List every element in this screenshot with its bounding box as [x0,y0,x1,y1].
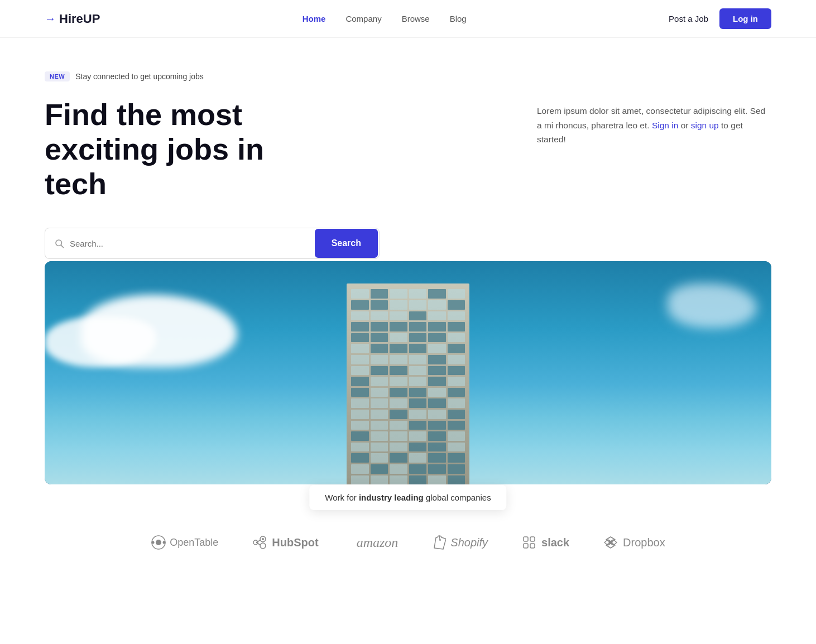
svg-rect-16 [530,544,535,548]
nav-home[interactable]: Home [303,14,326,23]
building-window [371,311,388,321]
building-window [390,311,407,321]
caption-post: global companies [424,493,491,502]
building-window [428,344,446,353]
building-window [351,475,369,485]
building-facade [347,283,469,484]
building-window [409,453,427,463]
building-window [409,431,427,441]
nav-blog[interactable]: Blog [450,14,467,23]
or-text: or [681,121,691,130]
building-window [428,410,446,419]
building-window [351,377,369,386]
hubspot-icon [252,535,267,550]
building-window [371,366,388,376]
search-input[interactable] [70,239,314,248]
building-window [371,431,388,441]
opentable-label: OpenTable [170,537,218,549]
building-window [371,289,388,299]
building-window [448,311,465,321]
building-window [390,453,407,463]
building-window [371,475,388,485]
navbar: → HireUP Home Company Browse Blog Post a… [0,0,816,38]
building-window [351,300,369,310]
shopify-label: Shopify [450,536,488,549]
image-section: Work for industry leading global compani… [45,261,771,484]
building-window [428,333,446,343]
company-dropbox: Dropbox [603,535,665,550]
building-window [371,377,388,386]
building-window [448,289,465,299]
hubspot-label: HubSpot [272,536,318,549]
building-window [409,322,427,331]
building-window [351,333,369,343]
amazon-label: amazon [357,535,399,550]
search-bar: Search [45,228,380,259]
building-window [390,431,407,441]
company-slack: slack [521,535,569,550]
building [330,278,486,484]
building-window [448,388,465,397]
hero-content: Find the most exciting jobs in tech Lore… [45,97,771,201]
building-window [371,398,388,408]
building-window [371,355,388,364]
company-amazon: amazon [352,535,399,550]
building-window [448,355,465,364]
building-window [428,366,446,376]
svg-rect-14 [530,537,535,541]
building-window [351,410,369,419]
building-window [409,464,427,474]
company-opentable: OpenTable [151,535,218,550]
building-window [448,398,465,408]
post-job-link[interactable]: Post a Job [669,14,708,23]
building-window [351,322,369,331]
building-window [390,344,407,353]
building-window [448,421,465,430]
nav-company[interactable]: Company [345,14,381,23]
building-window [390,366,407,376]
building-window [390,475,407,485]
building-window [351,344,369,353]
building-window [428,322,446,331]
building-window [428,388,446,397]
building-window [390,355,407,364]
building-window [351,311,369,321]
building-window [428,443,446,452]
logo-text: HireUP [59,12,100,26]
opentable-icon [151,535,166,550]
nav-browse[interactable]: Browse [402,14,430,23]
building-window [371,421,388,430]
building-window [428,464,446,474]
login-button[interactable]: Log in [719,8,771,29]
building-window [448,453,465,463]
sign-in-link[interactable]: Sign in [652,121,678,130]
building-window [409,366,427,376]
building-window [390,443,407,452]
logo[interactable]: → HireUP [45,12,100,26]
building-window [351,388,369,397]
building-window [371,300,388,310]
building-window [390,421,407,430]
building-window [409,355,427,364]
hero-image [45,261,771,484]
building-window [351,464,369,474]
building-window [390,333,407,343]
svg-line-1 [61,246,63,248]
building-window [448,333,465,343]
building-window [428,377,446,386]
hero-section: NEW Stay connected to get upcoming jobs … [0,38,816,201]
caption-box: Work for industry leading global compani… [309,485,506,510]
building-window [448,377,465,386]
building-window [371,453,388,463]
building-window [371,333,388,343]
building-window [351,421,369,430]
svg-point-11 [260,543,266,549]
search-button[interactable]: Search [315,229,378,258]
badge-text: Stay connected to get upcoming jobs [75,72,204,81]
building-window [351,431,369,441]
search-icon [54,238,64,248]
sign-up-link[interactable]: sign up [691,121,719,130]
svg-rect-15 [524,544,528,548]
building-window [351,355,369,364]
building-window [371,388,388,397]
